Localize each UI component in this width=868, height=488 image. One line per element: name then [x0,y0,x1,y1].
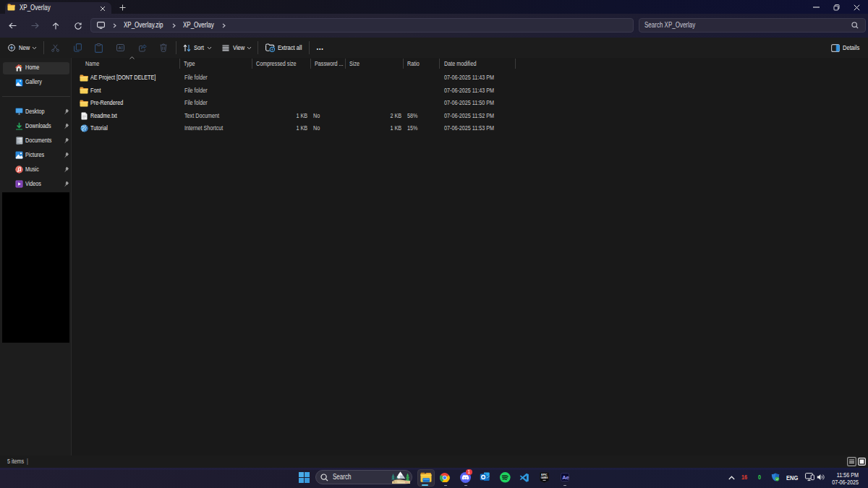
svg-text:GAMES: GAMES [541,476,548,479]
svg-text:EPIC: EPIC [541,474,548,476]
